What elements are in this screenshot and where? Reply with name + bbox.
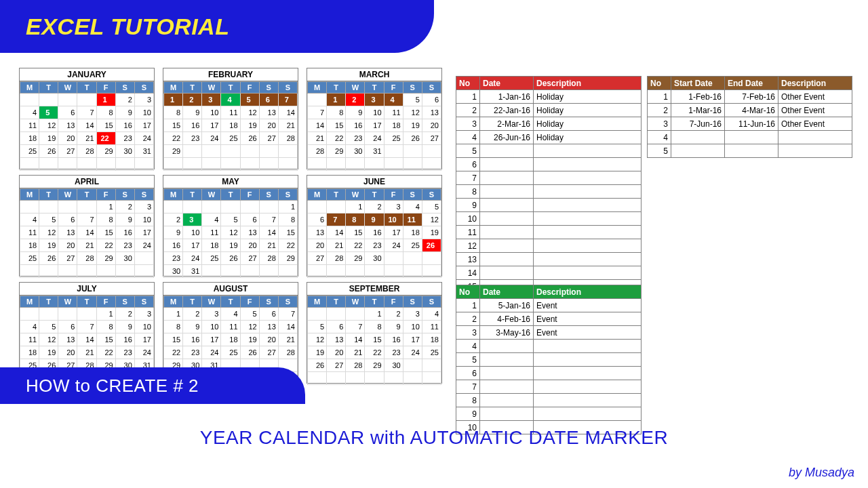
cell xyxy=(534,353,642,367)
cell xyxy=(534,340,642,353)
dow-header: W xyxy=(346,82,365,94)
day-cell: 23 xyxy=(384,346,403,359)
cell: 7-Jun-16 xyxy=(671,117,725,131)
table-row: 9 xyxy=(456,407,642,421)
col-header: Start Date xyxy=(671,77,725,90)
dow-header: S xyxy=(403,296,422,308)
day-cell: 22 xyxy=(278,239,297,252)
day-cell: 29 xyxy=(164,145,183,158)
table-row: 6 xyxy=(456,158,642,171)
table-row: 4 xyxy=(456,340,642,353)
day-cell: 10 xyxy=(202,106,221,119)
cell: Holiday xyxy=(534,117,642,131)
day-cell: 12 xyxy=(221,226,240,239)
day-cell: 22 xyxy=(96,132,115,145)
cell xyxy=(671,131,725,144)
dow-header: M xyxy=(20,189,39,201)
day-cell: 6 xyxy=(308,214,327,226)
cell: 3-May-16 xyxy=(480,326,534,340)
day-cell xyxy=(308,201,327,214)
cell: 12 xyxy=(456,239,480,253)
day-cell: 13 xyxy=(58,119,77,132)
day-cell: 29 xyxy=(327,145,346,158)
day-cell: 3 xyxy=(384,201,403,214)
month-name: JULY xyxy=(20,283,154,296)
day-cell: 10 xyxy=(202,321,221,333)
day-cell: 18 xyxy=(221,333,240,346)
day-cell xyxy=(240,145,259,158)
day-cell xyxy=(115,265,134,278)
month-name: APRIL xyxy=(20,176,154,188)
day-cell: 22 xyxy=(164,346,183,359)
day-cell xyxy=(346,158,365,171)
day-cell: 19 xyxy=(39,239,58,252)
day-cell: 8 xyxy=(164,106,183,119)
table-row: 9 xyxy=(456,199,642,212)
day-cell xyxy=(202,145,221,158)
mid-banner-title: HOW to CREATE # 2 xyxy=(26,375,199,396)
day-cell xyxy=(327,308,346,321)
dow-header: T xyxy=(327,189,346,201)
day-cell: 13 xyxy=(308,226,327,239)
day-cell: 9 xyxy=(346,106,365,119)
day-cell: 21 xyxy=(278,119,297,132)
day-cell xyxy=(422,145,441,158)
cell: 1-Mar-16 xyxy=(671,104,725,117)
dow-header: M xyxy=(308,189,327,201)
dow-header: S xyxy=(134,189,153,201)
day-cell xyxy=(278,145,297,158)
day-cell xyxy=(346,372,365,385)
top-banner-title: EXCEL TUTORIAL xyxy=(26,14,229,40)
cell: 5-Jan-16 xyxy=(480,299,534,312)
holiday-table: NoDateDescription11-Jan-16Holiday222-Jan… xyxy=(456,76,642,293)
day-cell: 21 xyxy=(308,132,327,145)
top-banner: EXCEL TUTORIAL xyxy=(0,0,434,53)
day-cell: 29 xyxy=(346,252,365,265)
day-cell xyxy=(259,265,278,278)
cell xyxy=(480,394,534,407)
day-cell: 21 xyxy=(278,333,297,346)
day-cell xyxy=(308,372,327,385)
day-cell xyxy=(134,265,153,278)
day-cell xyxy=(20,308,39,321)
day-cell: 23 xyxy=(115,239,134,252)
day-cell: 16 xyxy=(183,333,202,346)
calendar-march: MARCHMTWTFSS1234567891011121314151617181… xyxy=(307,68,442,169)
day-cell: 14 xyxy=(278,321,297,333)
mid-banner: HOW to CREATE # 2 xyxy=(0,367,305,404)
col-header: Date xyxy=(480,77,534,90)
day-cell: 7 xyxy=(259,214,278,226)
dow-header: M xyxy=(308,82,327,94)
cell xyxy=(480,253,534,266)
dow-header: S xyxy=(278,82,297,94)
day-cell xyxy=(134,252,153,265)
day-cell: 8 xyxy=(96,214,115,226)
day-cell: 18 xyxy=(403,226,422,239)
dow-header: F xyxy=(96,296,115,308)
day-cell: 7 xyxy=(77,321,96,333)
day-cell xyxy=(183,201,202,214)
day-cell: 8 xyxy=(96,321,115,333)
day-cell: 22 xyxy=(96,346,115,359)
dow-header: T xyxy=(77,82,96,94)
day-cell: 10 xyxy=(134,214,153,226)
cell xyxy=(534,185,642,199)
day-cell: 24 xyxy=(403,346,422,359)
cell: Event xyxy=(534,326,642,340)
cell: Holiday xyxy=(534,131,642,144)
day-cell: 15 xyxy=(164,119,183,132)
day-cell xyxy=(346,308,365,321)
table-row: 7 xyxy=(456,380,642,394)
dow-header: S xyxy=(278,296,297,308)
author: by Musadya xyxy=(789,466,854,480)
day-cell: 18 xyxy=(20,346,39,359)
day-cell: 19 xyxy=(308,346,327,359)
dow-header: T xyxy=(183,296,202,308)
calendar-september: SEPTEMBERMTWTFSS123456789101112131415161… xyxy=(307,282,442,384)
day-cell: 8 xyxy=(365,321,384,333)
cell: Event xyxy=(534,312,642,326)
day-cell: 6 xyxy=(422,94,441,106)
day-cell: 15 xyxy=(96,226,115,239)
day-cell: 2 xyxy=(346,94,365,106)
day-cell: 20 xyxy=(240,239,259,252)
